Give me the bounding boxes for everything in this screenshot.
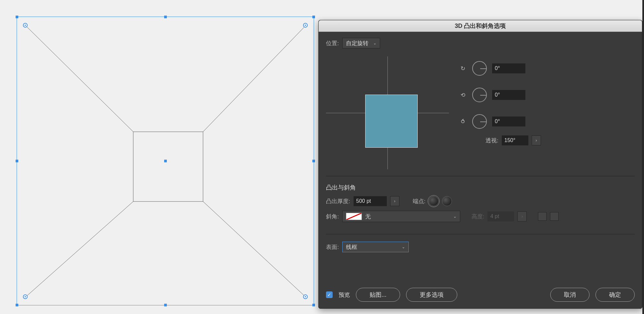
dialog-titlebar[interactable]: 3D 凸出和斜角选项 xyxy=(319,20,642,32)
anchor-point[interactable] xyxy=(23,294,28,299)
more-options-button[interactable]: 更多选项 xyxy=(406,288,457,302)
bevel-dropdown[interactable]: 无 ⌄ xyxy=(342,211,460,222)
bevel-value: 无 xyxy=(365,213,371,220)
artboard-canvas[interactable] xyxy=(0,0,317,314)
cancel-button[interactable]: 取消 xyxy=(550,288,590,302)
map-art-button[interactable]: 贴图... xyxy=(356,288,400,302)
surface-label: 表面: xyxy=(326,243,339,251)
bevel-height-stepper: › xyxy=(517,211,527,221)
extrude-depth-input[interactable] xyxy=(354,196,387,206)
svg-line-2 xyxy=(26,201,133,296)
selection-bounding-box xyxy=(17,17,314,305)
position-label: 位置: xyxy=(326,39,339,47)
selection-handle[interactable] xyxy=(312,160,315,162)
rotation-z-input[interactable] xyxy=(492,117,525,126)
rotate-x-icon: ↻ xyxy=(459,65,467,72)
cap-label: 端点: xyxy=(413,197,426,205)
rotation-trackball[interactable] xyxy=(326,56,449,169)
anchor-point[interactable] xyxy=(303,294,308,299)
bevel-extent-out-icon xyxy=(550,212,559,221)
bevel-height-input xyxy=(487,211,514,221)
panel-dock-edge xyxy=(642,0,644,314)
chevron-down-icon: ⌄ xyxy=(402,245,405,249)
selection-handle[interactable] xyxy=(164,304,167,306)
chevron-down-icon: ⌄ xyxy=(453,214,457,219)
cap-off-button[interactable] xyxy=(442,196,452,206)
ok-button[interactable]: 确定 xyxy=(595,288,635,302)
svg-line-1 xyxy=(203,26,305,132)
surface-value: 线框 xyxy=(346,243,357,251)
position-dropdown[interactable]: 自定旋转 ⌄ xyxy=(342,38,380,48)
preview-label: 预览 xyxy=(339,291,350,299)
perspective-stepper[interactable]: › xyxy=(532,135,541,145)
anchor-point[interactable] xyxy=(303,23,308,28)
selection-handle[interactable] xyxy=(16,304,18,306)
surface-dropdown[interactable]: 线框 ⌄ xyxy=(342,242,409,252)
chevron-down-icon: ⌄ xyxy=(373,41,376,45)
extrude-bevel-dialog: 3D 凸出和斜角选项 位置: 自定旋转 ⌄ ↻ xyxy=(318,20,642,309)
extrude-section-title: 凸出与斜角 xyxy=(326,184,635,192)
selection-handle[interactable] xyxy=(164,16,167,18)
svg-line-3 xyxy=(203,201,305,296)
rotation-x-dial[interactable] xyxy=(472,61,487,76)
rotation-preview-cube xyxy=(365,95,418,148)
preview-checkbox[interactable]: ✓ xyxy=(326,291,333,298)
selection-handle[interactable] xyxy=(312,304,315,306)
anchor-point[interactable] xyxy=(23,23,28,28)
bevel-extent-in-icon xyxy=(538,212,547,221)
svg-line-0 xyxy=(26,26,133,132)
perspective-label: 透视: xyxy=(485,137,498,144)
position-value: 自定旋转 xyxy=(346,39,369,47)
rotation-z-dial[interactable] xyxy=(472,114,487,129)
cap-on-button[interactable] xyxy=(429,196,439,206)
center-marker xyxy=(164,160,167,162)
rotate-z-icon: ⥀ xyxy=(459,118,467,125)
extrude-depth-label: 凸出厚度: xyxy=(326,197,350,205)
extrude-depth-stepper[interactable]: › xyxy=(390,196,399,206)
rotation-x-input[interactable] xyxy=(492,63,525,73)
rotation-y-input[interactable] xyxy=(492,90,525,100)
bevel-label: 斜角: xyxy=(326,213,339,220)
none-swatch-icon xyxy=(346,213,362,220)
selection-handle[interactable] xyxy=(16,16,18,18)
rotation-y-dial[interactable] xyxy=(472,88,487,102)
selection-handle[interactable] xyxy=(312,16,315,18)
svg-rect-4 xyxy=(133,132,203,201)
bevel-height-label: 高度: xyxy=(472,213,484,220)
rotate-y-icon: ⟲ xyxy=(459,92,467,99)
perspective-input[interactable] xyxy=(502,135,528,145)
selection-handle[interactable] xyxy=(16,160,18,162)
